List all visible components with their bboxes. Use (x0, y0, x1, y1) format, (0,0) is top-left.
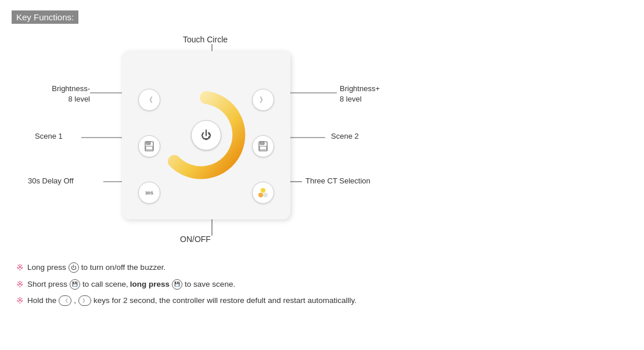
key-functions-header: Key Functions: (12, 10, 78, 24)
scene1-button[interactable] (138, 135, 160, 157)
note2-symbol: ※ (16, 278, 24, 291)
note1-text1: Long press (27, 262, 66, 273)
note3-text1: Hold the (27, 295, 56, 306)
power-icon: ⏻ (201, 130, 211, 140)
on-off-label: ON/OFF (180, 234, 211, 244)
note-line-3: ※ Hold the 《 , 》 keys for 2 second, the … (16, 294, 632, 308)
note2-text3: long press (130, 279, 170, 290)
power-button[interactable]: ⏻ (191, 120, 221, 150)
note1-text2: to turn on/off the buzzer. (81, 262, 166, 273)
brightness-minus-inline-icon: 《 (59, 295, 71, 306)
note2-text2: to call scene, (82, 279, 128, 290)
note2-text4: to save scene. (185, 279, 235, 290)
delay-button[interactable]: 30S (138, 182, 160, 204)
brightness-minus-label: Brightness- 8 level (35, 84, 90, 104)
save-inline-icon-2: 💾 (172, 279, 182, 290)
brightness-plus-button[interactable]: 》 (252, 89, 274, 111)
note-line-1: ※ Long press ⏻ to turn on/off the buzzer… (16, 261, 632, 275)
svg-point-14 (261, 188, 265, 193)
ct-icon (257, 187, 269, 199)
note-line-2: ※ Short press 💾 to call scene, long pres… (16, 278, 632, 291)
brightness-plus-label: Brightness+ 8 level (340, 84, 404, 104)
note1-symbol: ※ (16, 261, 24, 275)
save-icon-scene2 (258, 141, 268, 151)
svg-rect-9 (146, 142, 150, 145)
scene2-label: Scene 2 (331, 132, 359, 140)
svg-rect-13 (260, 146, 267, 150)
three-ct-label: Three CT Selection (305, 176, 370, 185)
notes-section: ※ Long press ⏻ to turn on/off the buzzer… (16, 261, 632, 311)
svg-rect-10 (146, 146, 153, 150)
svg-point-16 (263, 193, 268, 197)
scene2-button[interactable] (252, 135, 274, 157)
note3-comma: , (74, 295, 76, 306)
brightness-plus-inline-icon: 》 (78, 295, 91, 306)
ct-button[interactable] (252, 182, 274, 204)
save-icon-scene1 (144, 141, 154, 151)
svg-point-15 (258, 193, 263, 197)
brightness-minus-button[interactable]: 《 (138, 89, 160, 111)
note2-text1: Short press (27, 279, 67, 290)
power-inline-icon: ⏻ (69, 262, 79, 273)
save-inline-icon-1: 💾 (70, 279, 80, 290)
note3-text2: keys for 2 second, the controller will r… (93, 295, 357, 306)
device-panel: 《 》 30S (122, 51, 290, 219)
scene1-label: Scene 1 (35, 132, 63, 140)
svg-rect-12 (260, 142, 264, 145)
delay-off-label: 30s Delay Off (28, 176, 74, 185)
diagram-area: Touch Circle Brightness- 8 level Brightn… (17, 35, 453, 250)
note3-symbol: ※ (16, 294, 24, 308)
touch-circle-label: Touch Circle (183, 35, 228, 44)
touch-ring[interactable]: ⏻ (160, 89, 253, 182)
